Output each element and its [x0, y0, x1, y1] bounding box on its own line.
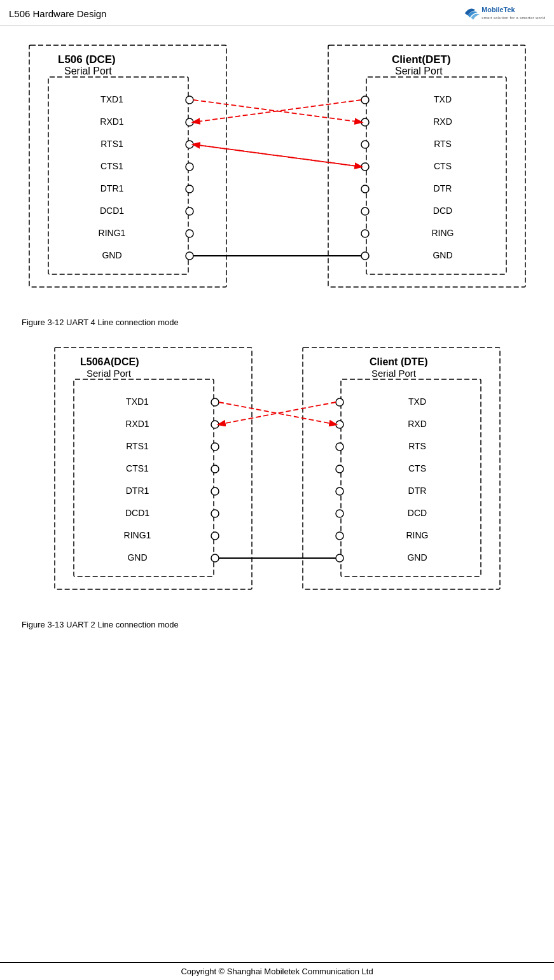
svg-text:DTR: DTR [433, 183, 452, 193]
svg-rect-2 [29, 45, 226, 287]
svg-point-85 [336, 554, 343, 562]
svg-text:TXD1: TXD1 [126, 396, 149, 407]
svg-point-19 [186, 185, 193, 193]
svg-point-17 [186, 163, 193, 171]
svg-text:DTR1: DTR1 [125, 486, 149, 496]
svg-point-81 [336, 510, 343, 517]
svg-text:Serial Port: Serial Port [87, 368, 132, 379]
svg-text:RXD: RXD [408, 419, 427, 429]
figure1-diagram: L506 (DCE) Serial Port Client(DET) Seria… [19, 39, 535, 312]
svg-point-68 [211, 532, 219, 540]
svg-text:RTS1: RTS1 [100, 139, 123, 149]
svg-point-66 [211, 510, 219, 517]
figure2-svg: L506A(DCE) Serial Port Client (DTE) Seri… [23, 341, 532, 615]
svg-text:DCD1: DCD1 [99, 206, 123, 216]
svg-text:L506 (DCE): L506 (DCE) [58, 53, 116, 66]
svg-point-71 [336, 398, 343, 406]
svg-point-36 [361, 207, 369, 215]
copyright-text: Copyright © Shanghai Mobiletek Communica… [181, 967, 373, 976]
svg-point-21 [186, 207, 193, 215]
svg-text:GND: GND [102, 250, 121, 260]
svg-point-13 [186, 118, 193, 126]
svg-text:CTS1: CTS1 [126, 463, 149, 473]
svg-point-25 [186, 252, 193, 260]
svg-text:CTS1: CTS1 [100, 161, 123, 171]
svg-text:RTS: RTS [408, 441, 426, 451]
svg-point-30 [361, 141, 369, 148]
svg-text:Client (DTE): Client (DTE) [370, 356, 428, 367]
svg-text:DTR1: DTR1 [100, 183, 123, 193]
svg-text:TXD1: TXD1 [100, 94, 123, 104]
svg-text:TXD: TXD [408, 396, 426, 407]
svg-text:MobileTek: MobileTek [481, 6, 515, 13]
svg-point-73 [336, 421, 343, 428]
svg-text:RING1: RING1 [123, 530, 151, 540]
svg-text:Serial Port: Serial Port [64, 66, 112, 76]
svg-text:smart solution for a smarter w: smart solution for a smarter world [481, 16, 545, 20]
svg-point-58 [211, 421, 219, 428]
svg-line-45 [193, 144, 361, 167]
header: L506 Hardware Design MobileTek smart sol… [0, 0, 554, 26]
svg-point-70 [211, 554, 219, 562]
svg-point-60 [211, 443, 219, 451]
svg-text:RING1: RING1 [98, 228, 125, 238]
svg-point-15 [186, 141, 193, 148]
main-content: L506 (DCE) Serial Port Client(DET) Seria… [0, 26, 554, 656]
svg-text:RING: RING [406, 530, 428, 540]
svg-point-75 [336, 443, 343, 451]
svg-point-26 [361, 96, 369, 104]
footer: Copyright © Shanghai Mobiletek Communica… [0, 962, 554, 980]
svg-point-56 [211, 398, 219, 406]
svg-text:RTS1: RTS1 [126, 441, 149, 451]
svg-point-28 [361, 118, 369, 126]
svg-text:Client(DET): Client(DET) [392, 53, 451, 66]
svg-text:DTR: DTR [408, 486, 426, 496]
logo: MobileTek smart solution for a smarter w… [461, 4, 545, 23]
figure1-caption: Figure 3-12 UART 4 Line connection mode [19, 318, 535, 327]
svg-rect-52 [341, 379, 481, 577]
svg-rect-51 [303, 347, 500, 589]
svg-point-62 [211, 465, 219, 473]
figure2-caption: Figure 3-13 UART 2 Line connection mode [19, 620, 535, 629]
figure2-diagram: L506A(DCE) Serial Port Client (DTE) Seri… [19, 341, 535, 615]
svg-text:DCD: DCD [433, 206, 452, 216]
svg-text:Serial Port: Serial Port [395, 66, 443, 76]
svg-text:DCD: DCD [407, 508, 426, 518]
svg-text:GND: GND [407, 552, 427, 563]
svg-text:TXD: TXD [434, 94, 452, 104]
svg-text:GND: GND [127, 552, 147, 563]
svg-point-40 [361, 252, 369, 260]
svg-point-11 [186, 96, 193, 104]
svg-text:RXD1: RXD1 [100, 116, 124, 127]
svg-text:DCD1: DCD1 [125, 508, 149, 518]
svg-rect-48 [74, 379, 214, 577]
svg-rect-47 [55, 347, 252, 589]
svg-point-83 [336, 532, 343, 540]
svg-point-38 [361, 230, 369, 237]
svg-point-79 [336, 487, 343, 495]
svg-point-64 [211, 487, 219, 495]
svg-text:Serial Port: Serial Port [371, 368, 417, 379]
svg-text:RXD1: RXD1 [125, 419, 149, 429]
svg-text:L506A(DCE): L506A(DCE) [80, 356, 139, 367]
svg-point-32 [361, 163, 369, 171]
svg-text:GND: GND [433, 250, 452, 260]
svg-rect-7 [366, 77, 506, 274]
page-title: L506 Hardware Design [9, 8, 106, 19]
svg-rect-3 [48, 77, 188, 274]
figure1-svg: L506 (DCE) Serial Port Client(DET) Seria… [23, 39, 532, 312]
svg-point-34 [361, 185, 369, 193]
svg-text:CTS: CTS [408, 463, 426, 473]
svg-text:RING: RING [431, 228, 454, 238]
mobiletek-logo-svg: MobileTek smart solution for a smarter w… [461, 4, 545, 23]
svg-point-23 [186, 230, 193, 237]
svg-text:CTS: CTS [434, 161, 452, 171]
svg-point-77 [336, 465, 343, 473]
svg-text:RTS: RTS [434, 139, 452, 149]
svg-text:RXD: RXD [433, 116, 452, 127]
